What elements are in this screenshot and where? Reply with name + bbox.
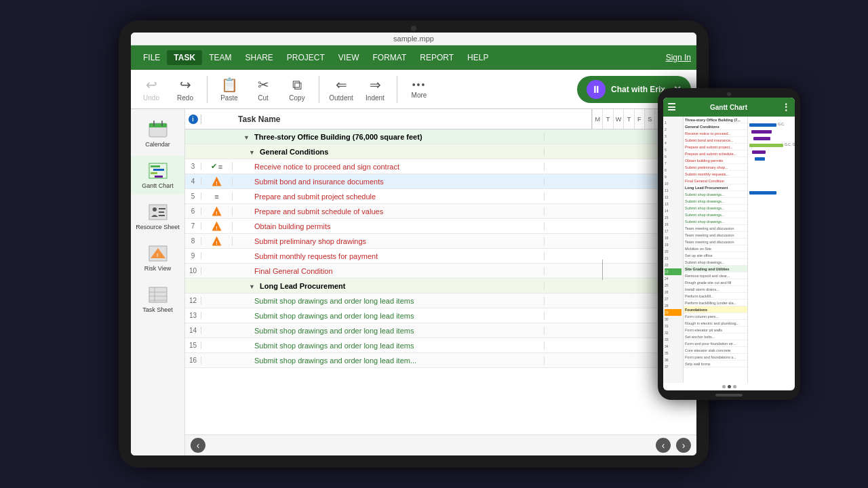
row-num: 14 bbox=[185, 327, 201, 334]
menu-project[interactable]: PROJECT bbox=[280, 50, 332, 65]
cut-button[interactable]: ✂ Cut bbox=[248, 75, 278, 103]
phone-bar-label: G.C. bbox=[778, 122, 785, 126]
nav-scroll-right-button[interactable]: › bbox=[676, 438, 691, 453]
task-name: Final General Condition bbox=[233, 267, 545, 275]
phone-task-name: Submit shop drawings... bbox=[684, 191, 747, 198]
gantt-table: ▼ Three-story Office Building (76,000 sq… bbox=[185, 129, 696, 434]
menu-format[interactable]: FORMAT bbox=[366, 50, 414, 65]
phone-row-num: 36 bbox=[665, 357, 682, 363]
sidebar-gantt-label: Gantt Chart bbox=[142, 182, 174, 189]
phone-task-name: Submit shop drawings... bbox=[684, 198, 747, 205]
row-num: 8 bbox=[185, 237, 201, 245]
sidebar-item-gantt[interactable]: Gantt Chart bbox=[131, 156, 184, 195]
phone-bar bbox=[753, 137, 770, 140]
sidebar-item-calendar[interactable]: Calendar bbox=[131, 115, 184, 153]
phone-task-name: Install storm drains... bbox=[684, 286, 747, 293]
row-icons: ✔ ≡ bbox=[201, 162, 233, 171]
nav-scroll-left-button[interactable]: ‹ bbox=[656, 438, 671, 453]
sidebar-item-risk[interactable]: ! Risk View bbox=[131, 239, 184, 277]
phone-row-num: 16 bbox=[665, 221, 682, 228]
sidebar: Calendar Gantt Chart bbox=[131, 109, 185, 455]
nav-dot bbox=[733, 385, 736, 388]
phone-task-name: Cure elevator slab concrete bbox=[684, 347, 747, 354]
phone-task-name: Perform backfill... bbox=[684, 293, 747, 300]
info-icon[interactable]: i bbox=[189, 115, 198, 124]
phone-task-name: Form piers and foundations s... bbox=[684, 354, 747, 361]
outdent-label: Outdent bbox=[329, 94, 353, 102]
table-row: ▼ General Conditions bbox=[185, 144, 696, 159]
phone-task-name: Mobilize on Site bbox=[684, 245, 747, 252]
menu-file[interactable]: FILE bbox=[136, 50, 167, 65]
separator1 bbox=[207, 76, 208, 103]
sidebar-item-resource[interactable]: Resource Sheet bbox=[131, 197, 184, 236]
task-col-header: Task Name bbox=[233, 109, 592, 129]
phone-task-name: Submit shop drawings... bbox=[684, 218, 747, 225]
indent-icon: ⇒ bbox=[370, 77, 381, 93]
phone-row-num: 28 bbox=[665, 302, 682, 309]
task-name: ▼ Three-story Office Building (76,000 sq… bbox=[233, 133, 545, 141]
undo-button[interactable]: ↩ Undo bbox=[136, 75, 166, 103]
phone-task-name: Strip wall forms bbox=[684, 361, 747, 367]
task-name: Submit preliminary shop drawings bbox=[233, 237, 545, 245]
paste-button[interactable]: 📋 Paste bbox=[214, 75, 244, 103]
more-label: More bbox=[412, 92, 427, 99]
phone-bar bbox=[751, 130, 772, 134]
phone-section-header: Site Grading and Utilities bbox=[684, 266, 747, 272]
table-row: 12 Submit shop drawings and order long l… bbox=[185, 293, 696, 308]
tasksheet-icon bbox=[146, 285, 170, 304]
row-num: 16 bbox=[185, 357, 201, 364]
copy-button[interactable]: ⧉ Copy bbox=[282, 76, 312, 103]
sidebar-calendar-label: Calendar bbox=[145, 141, 170, 148]
row-num: 9 bbox=[185, 252, 201, 260]
phone-row-num: 31 bbox=[665, 323, 682, 329]
indent-label: Indent bbox=[366, 94, 384, 102]
phone-section-header: Foundations bbox=[684, 306, 747, 313]
row-icons: ! bbox=[201, 222, 233, 231]
day-col-s1: S bbox=[644, 109, 654, 129]
outdent-button[interactable]: ⇐ Outdent bbox=[326, 75, 356, 103]
indent-button[interactable]: ⇒ Indent bbox=[360, 75, 390, 103]
phone-task-name: Team meeting and discussion bbox=[684, 239, 747, 245]
phone-sidebar: 1 2 3 4 5 6 7 8 9 10 11 12 13 14 15 16 1… bbox=[663, 117, 684, 383]
task-name: ▼ Long Lead Procurement bbox=[233, 282, 545, 290]
svg-rect-7 bbox=[151, 172, 157, 174]
task-name: Prepare and submit schedule of values bbox=[233, 207, 545, 216]
phone-task-name: Submit shop drawings... bbox=[684, 259, 747, 266]
phone-task-name: Submit preliminary shop... bbox=[684, 164, 747, 171]
menu-view[interactable]: VIEW bbox=[332, 50, 366, 65]
redo-button[interactable]: ↪ Redo bbox=[170, 75, 200, 103]
phone-task-name: Receive notice to proceed... bbox=[684, 130, 747, 137]
day-col-m1: M bbox=[592, 109, 602, 129]
menu-report[interactable]: REPORT bbox=[413, 50, 460, 65]
undo-label: Undo bbox=[143, 94, 159, 102]
menu-share[interactable]: SHARE bbox=[238, 50, 279, 65]
phone-row-num: 35 bbox=[665, 350, 682, 357]
phone-row-num: 14 bbox=[665, 207, 682, 214]
phone-task-col: Three-story Office Building (7... Genera… bbox=[684, 117, 748, 383]
menu-help[interactable]: HELP bbox=[460, 50, 495, 65]
cut-icon: ✂ bbox=[258, 77, 269, 93]
phone-row-num: 21 bbox=[665, 255, 682, 262]
task-name: Submit bond and insurance documents bbox=[233, 178, 545, 186]
task-name: Submit shop drawings and order long lead… bbox=[233, 327, 545, 335]
filename: sample.mpp bbox=[393, 35, 434, 43]
sidebar-item-tasksheet[interactable]: Task Sheet bbox=[131, 280, 184, 319]
nav-dot-active bbox=[728, 385, 731, 388]
phone-row-num: 20 bbox=[665, 248, 682, 255]
title-bar: sample.mpp bbox=[131, 33, 696, 45]
more-button[interactable]: ••• More bbox=[404, 78, 434, 100]
phone-more-icon[interactable]: ⋮ bbox=[781, 102, 791, 113]
more-icon: ••• bbox=[412, 79, 427, 90]
svg-rect-5 bbox=[151, 165, 160, 167]
check-icon: ✔ bbox=[211, 162, 217, 171]
phone-task-name: Final General Condition bbox=[684, 178, 747, 184]
nav-left-button[interactable]: ‹ bbox=[191, 438, 205, 453]
sign-in-link[interactable]: Sign In bbox=[666, 53, 691, 62]
phone-task-name: Team meeting and discussion bbox=[684, 232, 747, 239]
risk-icon: ! bbox=[146, 244, 170, 263]
phone-menu-icon[interactable]: ☰ bbox=[667, 102, 676, 113]
menu-team[interactable]: TEAM bbox=[202, 50, 238, 65]
menu-task[interactable]: TASK bbox=[167, 50, 202, 65]
phone-gantt-split: Three-story Office Building (7... Genera… bbox=[684, 117, 795, 383]
sidebar-tasksheet-label: Task Sheet bbox=[142, 306, 173, 313]
